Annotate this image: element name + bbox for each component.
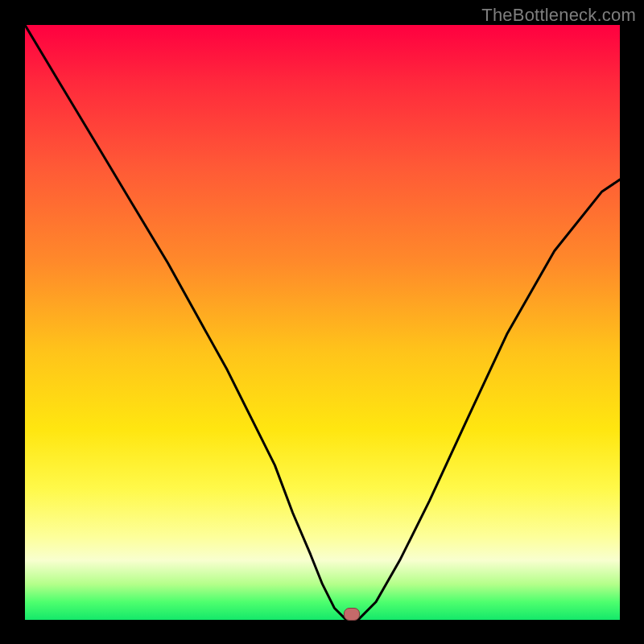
chart-frame: TheBottleneck.com xyxy=(0,0,644,644)
optimal-point-marker xyxy=(344,608,360,621)
watermark-text: TheBottleneck.com xyxy=(481,5,636,26)
curve-svg xyxy=(25,25,620,620)
bottleneck-curve xyxy=(25,25,620,620)
plot-area xyxy=(25,25,620,620)
